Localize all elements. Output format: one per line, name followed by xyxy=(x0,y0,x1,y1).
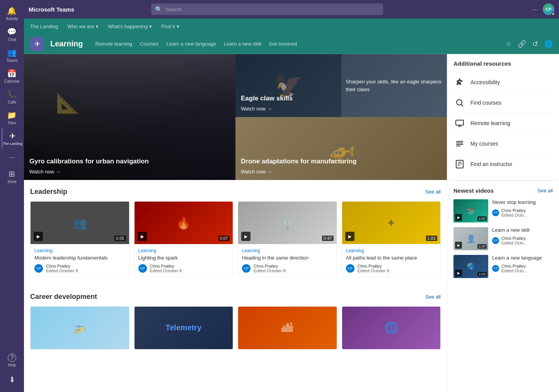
list-item[interactable]: 🌏 ▶ 1:02 Learn a new language CP Chris P… xyxy=(453,255,553,278)
list-item[interactable]: 🌐 xyxy=(342,306,441,350)
sidebar-label-chat: Chat xyxy=(8,37,16,42)
hero-watch-eagle[interactable]: Watch now → xyxy=(241,106,336,112)
nv-thumb-3: 🌏 ▶ 1:02 xyxy=(453,255,488,278)
hero-title-drone: Drone adaptations for manufacturing xyxy=(241,157,441,166)
hero-overlay-eagle: Eagle claw skills Watch now → xyxy=(235,89,341,117)
subnav-item-whats-happening[interactable]: What's happening ▾ xyxy=(108,24,152,29)
hero-item-gyro[interactable]: 📐 Gyro calibrations for urban navigation… xyxy=(24,54,235,180)
hero-watch-gyro[interactable]: Watch now → xyxy=(29,169,230,175)
calendar-icon: 📅 xyxy=(7,69,17,78)
list-item[interactable]: 🏙 xyxy=(238,306,337,350)
my-courses-icon xyxy=(453,137,466,150)
search-box[interactable]: 🔍 xyxy=(151,3,383,15)
sidebar-item-calendar[interactable]: 📅 Calendar xyxy=(2,66,22,87)
nv-video-title-3: Learn a new language xyxy=(492,255,553,261)
right-panel: Additional resources Accessibility xyxy=(447,54,559,392)
list-item[interactable]: 👥 ▶ 0:05 Learning Modern leadership fund… xyxy=(30,201,130,277)
play-icon-3: ▶ xyxy=(241,232,251,241)
hero-watch-drone[interactable]: Watch now → xyxy=(241,169,441,175)
list-item[interactable]: 🚁 xyxy=(30,306,130,350)
ar-label-my-courses: My courses xyxy=(470,141,498,147)
ar-item-find-instructor[interactable]: Find an instructor xyxy=(453,154,553,174)
sidebar-label-calls: Calls xyxy=(8,100,16,104)
sidebar-item-chat[interactable]: 💬 Chat xyxy=(2,24,22,45)
leadership-section: Leadership See all 👥 ▶ 0:05 xyxy=(24,180,447,285)
list-item[interactable]: 📚 ▶ 1:02 Never stop learning CP Chris Pr… xyxy=(453,199,553,222)
sidebar-label-store: Store xyxy=(7,180,17,184)
sidebar-bottom: ? Help ⬇ xyxy=(8,350,16,392)
list-item[interactable]: 🔥 ▶ 0:07 Learning Lighting the spark CP xyxy=(134,201,233,277)
nv-see-all[interactable]: See all xyxy=(537,188,553,193)
store-icon: ⊞ xyxy=(9,169,15,178)
link-icon[interactable]: 🔗 xyxy=(518,40,526,48)
career-card-thumb-4: 🌐 xyxy=(342,307,441,349)
list-item[interactable]: 🏢 ▶ 0:47 Learning Heading in the same di… xyxy=(238,201,337,277)
card-thumb-4: ✦ ▶ 1:03 xyxy=(342,202,441,244)
card-body-4: Learning All paths lead to the same plac… xyxy=(342,244,441,277)
refresh-icon[interactable]: ↺ xyxy=(532,40,538,48)
sidebar: 🔔 Activity 💬 Chat 👥 Teams 📅 Calendar 📞 C… xyxy=(0,0,24,392)
leadership-cards-row: 👥 ▶ 0:05 Learning Modern leadership fund… xyxy=(30,201,441,277)
sidebar-item-store[interactable]: ⊞ Store xyxy=(2,166,22,187)
body-split: 📐 Gyro calibrations for urban navigation… xyxy=(24,54,559,392)
user-avatar[interactable]: CP xyxy=(543,3,554,15)
learning-nav-courses[interactable]: Courses xyxy=(140,41,158,47)
ar-item-find-courses[interactable]: Find courses xyxy=(453,93,553,113)
ar-label-accessibility: Accessibility xyxy=(470,79,500,85)
hero-item-eagle[interactable]: 🦅 Sharpen your skills, like an eagle sha… xyxy=(235,54,447,117)
remote-learning-icon xyxy=(453,117,466,129)
nv-thumb-1: 📚 ▶ 1:02 xyxy=(453,199,488,222)
card-author-info-1: Chris Pratley Edited October 8 xyxy=(46,264,78,273)
globe-icon[interactable]: 🌐 xyxy=(544,40,553,48)
learning-nav-language[interactable]: Learn a new language xyxy=(166,41,216,47)
ar-item-my-courses[interactable]: My courses xyxy=(453,134,553,154)
career-cards-row: 🚁 Telemetry xyxy=(30,306,441,350)
more-options-icon[interactable]: ··· xyxy=(532,5,538,14)
ar-item-remote-learning[interactable]: Remote learning xyxy=(453,113,553,134)
card-author-row-3: CP Chris Pratley Edited October 8 xyxy=(242,264,333,273)
sidebar-item-landing[interactable]: ✈ The Landing xyxy=(2,128,22,149)
sidebar-item-files[interactable]: 📁 Files xyxy=(2,107,22,128)
hero-item-drone[interactable]: 🚁 Drone adaptations for manufacturing Wa… xyxy=(235,117,447,180)
card-body-2: Learning Lighting the spark CP Chris Pra… xyxy=(135,244,233,277)
card-author-info-3: Chris Pratley Edited October 8 xyxy=(254,264,286,273)
learning-nav-involved[interactable]: Get involved xyxy=(269,41,297,47)
subnav-item-who-we-are[interactable]: Who we are ▾ xyxy=(67,24,98,29)
ar-item-accessibility[interactable]: Accessibility xyxy=(453,72,553,93)
learning-title: Learning xyxy=(50,39,83,48)
sidebar-item-help[interactable]: ? Help xyxy=(8,350,16,370)
learning-nav-remote[interactable]: Remote learning xyxy=(95,41,132,47)
subnav-label-landing: The Landing xyxy=(30,24,58,29)
star-icon[interactable]: ☆ xyxy=(505,40,511,48)
app-title: Microsoft Teams xyxy=(29,6,74,13)
learning-nav-skill[interactable]: Learn a new skill xyxy=(224,41,261,47)
chevron-down-icon-3: ▾ xyxy=(177,24,179,29)
download-icon: ⬇ xyxy=(9,375,15,384)
subnav-item-landing[interactable]: The Landing xyxy=(30,24,58,29)
career-section: Career development See all 🚁 xyxy=(24,285,447,357)
subnav-item-find-it[interactable]: Find it ▾ xyxy=(161,24,179,29)
sidebar-item-download[interactable]: ⬇ xyxy=(8,372,16,387)
card-title-1: Modern leadership fundamentals xyxy=(34,255,125,261)
sidebar-top: 🔔 Activity 💬 Chat 👥 Teams 📅 Calendar 📞 C… xyxy=(2,3,22,350)
sidebar-item-teams[interactable]: 👥 Teams xyxy=(2,45,22,66)
list-item[interactable]: 👤 ▶ 1:47 Learn a new skill CP Chris Prat… xyxy=(453,227,553,250)
career-card-thumb-3: 🏙 xyxy=(238,307,337,349)
sidebar-label-calendar: Calendar xyxy=(4,79,20,83)
more-apps-dots[interactable]: ··· xyxy=(9,149,15,166)
career-see-all[interactable]: See all xyxy=(425,294,441,300)
duration-3: 0:47 xyxy=(322,236,333,241)
accessibility-icon xyxy=(453,76,466,88)
search-input[interactable] xyxy=(166,7,379,12)
sidebar-item-activity[interactable]: 🔔 Activity xyxy=(2,3,22,24)
hero-overlay-drone: Drone adaptations for manufacturing Watc… xyxy=(235,152,447,180)
sidebar-item-calls[interactable]: 📞 Calls xyxy=(2,87,22,107)
card-body-1: Learning Modern leadership fundamentals … xyxy=(31,244,129,277)
list-item[interactable]: Telemetry xyxy=(134,306,233,350)
sidebar-label-teams: Teams xyxy=(6,58,17,63)
chat-icon: 💬 xyxy=(7,27,17,36)
list-item[interactable]: ✦ ▶ 1:03 Learning All paths lead to the … xyxy=(342,201,441,277)
card-avatar-1: CP xyxy=(34,264,43,273)
nv-duration-2: 1:47 xyxy=(477,244,487,249)
leadership-see-all[interactable]: See all xyxy=(425,189,441,195)
